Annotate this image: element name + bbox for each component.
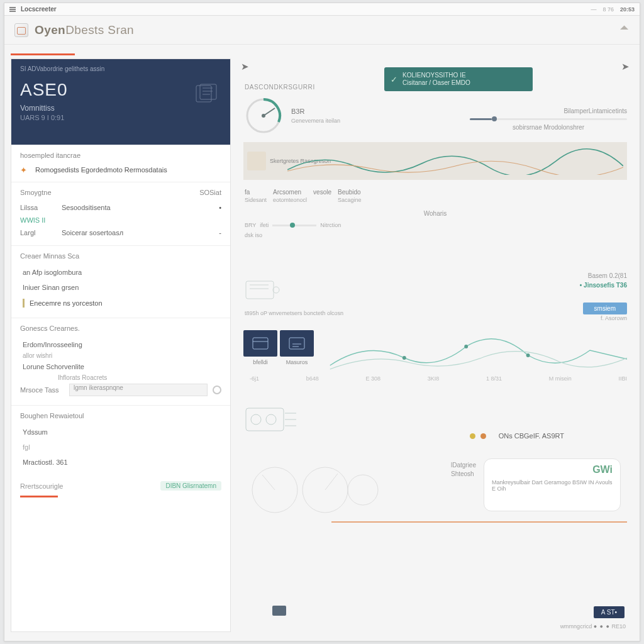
stat-b: • Jinsosefis T36 (580, 282, 627, 289)
header: OyenDbests Sran (4, 16, 640, 45)
topbar-meta: — 8 76 20:53 (591, 6, 635, 13)
send-icon[interactable]: ➤ (621, 61, 630, 72)
gauge-value: B3R (291, 108, 340, 115)
pointer-icon[interactable]: ➤ (241, 61, 249, 72)
resources-section: Gonescs Crearnes. Erdom/Inrosseeling all… (11, 318, 230, 405)
resource-item[interactable]: Erdom/Inrosseeling (20, 337, 221, 352)
resources-heading: Gonescs Crearnes. (20, 325, 221, 332)
card[interactable] (243, 330, 277, 357)
accent-bar (20, 496, 58, 497)
gauge-cluster-icon (243, 458, 382, 515)
radio-icon[interactable] (213, 386, 221, 394)
links-heading: Creaer Minnas Sca (20, 252, 221, 260)
card-label: bfelldi (243, 359, 277, 365)
range-row: BRY ifeti Nitrction (237, 219, 633, 231)
slider-track[interactable] (470, 118, 627, 120)
grid-row: faSidesant Arcsomeneotomteonocl vesole B… (237, 185, 633, 207)
link-item-marked[interactable]: Enecemre ns yorceston (20, 295, 221, 311)
sidebar: SI ADVabordrie gelithets assin ASE0 Vomn… (11, 58, 231, 632)
svg-rect-14 (253, 338, 268, 349)
table-row[interactable]: WWIS II (20, 214, 221, 226)
range-label: ifeti (260, 222, 269, 228)
resource-sub: Ihflorats Roacrets (20, 374, 221, 381)
document-icon (195, 83, 219, 104)
status-label: ONs CBGeIF. AS9RT (499, 432, 564, 440)
topbar: Locscreeter — 8 76 20:53 (4, 3, 640, 16)
svg-point-27 (348, 475, 378, 505)
resource-item[interactable]: Lorune Schorvenlite (20, 359, 221, 374)
schematic-icon (243, 402, 300, 440)
status-row: ONs CBGeIF. AS9RT (470, 432, 564, 440)
card[interactable] (280, 330, 314, 357)
tick-icon (23, 299, 25, 308)
table-col2: SOSiat (199, 189, 221, 196)
resource-input-row: Mrsoce Tass lgmn ikeraspnqne (20, 381, 221, 399)
action-button[interactable]: A ST• (594, 606, 625, 618)
lower-section: Boughen Rewaietoul Ydssum fgl Mractiostl… (11, 405, 230, 476)
fire-icon: ✦ (20, 165, 29, 174)
lower-heading: Boughen Rewaietoul (20, 412, 221, 419)
svg-point-12 (526, 353, 530, 357)
device-sketch-icon (243, 277, 281, 303)
svg-rect-16 (289, 338, 304, 349)
featured-heading: hosempled itancrae (20, 152, 221, 159)
thumbnail[interactable] (247, 152, 266, 170)
resource-input[interactable]: lgmn ikeraspnqne (69, 384, 208, 396)
hero-eyebrow: SI ADVabordrie gelithets assin (20, 65, 221, 72)
slider-heading: BilamperLintamicetints (470, 108, 627, 114)
footer-pill[interactable]: DIBN Glisrnatemn (160, 481, 221, 491)
table-section: Smoygtne SOSiat LilssaSesoodsitisenta• W… (11, 182, 230, 245)
table-col1: Smoygtne (20, 189, 52, 196)
status-dot-orange-icon (480, 433, 486, 439)
card-label: Masuros (280, 359, 314, 365)
hero-meta: UARS 9 I 0:91 (20, 114, 221, 121)
primary-button[interactable]: smsiem (583, 303, 627, 314)
featured-item[interactable]: ✦ Romogsedists Egordedmoto Rermosdatais (20, 164, 221, 175)
menu-icon[interactable] (9, 7, 16, 12)
range-slider[interactable] (272, 225, 316, 226)
svg-rect-19 (246, 408, 284, 431)
table-row[interactable]: LilssaSesoodsitisenta• (20, 201, 221, 214)
chart-note: t895h oP wnvemetsers boncteth olcosn (245, 310, 343, 316)
main-panel: ➤ ➤ ✓ KOLIENOYSSITHO IE Cisitanar / Oase… (237, 58, 633, 632)
active-tab-indicator (11, 53, 75, 55)
link-item[interactable]: an Afp isoglombura (20, 265, 221, 280)
links-section: Creaer Minnas Sca an Afp isoglombura Ini… (11, 245, 230, 318)
svg-rect-1 (200, 84, 216, 99)
partner-brand: GWi (492, 464, 613, 475)
gauge-sub: Genevemera iteilan (291, 118, 340, 124)
slider-info: sobirsrnae Mrodolonshrer (470, 124, 627, 131)
gauge-icon (245, 97, 282, 135)
featured-section: hosempled itancrae ✦ Romogsedists Egorde… (11, 145, 230, 182)
footer-label: Rrertscourigle (20, 482, 63, 490)
svg-point-13 (402, 356, 406, 360)
svg-point-21 (266, 414, 276, 425)
hero-card: SI ADVabordrie gelithets assin ASE0 Vomn… (11, 59, 230, 145)
lower-item[interactable]: Mractiostl. 361 (20, 455, 221, 470)
svg-rect-7 (246, 281, 274, 299)
waveform-icon (287, 147, 623, 175)
link-item[interactable]: Iniuer Sinan grsen (20, 280, 221, 295)
status-dot-yellow-icon (470, 433, 475, 439)
right-stats: Basem 0.2(81 • Jinsosefis T36 (580, 272, 627, 289)
footer-credits: wmmngcricd ● ● ● RE10 (560, 623, 626, 630)
banner-line1: KOLIENOYSSITHO IE (402, 72, 470, 79)
partner-card[interactable]: GWi Mankreysulbair Dart Geramogo BSIW IN… (484, 458, 621, 511)
collapse-icon[interactable] (621, 26, 630, 35)
svg-point-20 (251, 414, 261, 425)
chip-icon (272, 606, 286, 616)
status-banner[interactable]: ✓ KOLIENOYSSITHO IE Cisitanar / Oaser EM… (384, 67, 533, 91)
resource-sublabel: allor wishri (20, 352, 221, 359)
button-sublabel: f. Asorown (601, 315, 627, 321)
hero-name: ASE0 (20, 80, 221, 100)
table-row[interactable]: LarglSoicerar sosertoasл- (20, 226, 221, 239)
svg-point-6 (262, 114, 265, 118)
lower-item[interactable]: fgl (20, 440, 221, 455)
sidebar-footer: Rrertscourigle DIBN Glisrnatemn (11, 476, 230, 496)
thumbnail-strip: Skertgretes Rasogreson (243, 142, 627, 180)
xaxis: -6j1b648E 3083KI81 8/31M miseinIIBI (250, 375, 627, 382)
check-icon: ✓ (391, 75, 397, 84)
lower-item[interactable]: Ydssum (20, 425, 221, 440)
app-title: OyenDbests Sran (35, 23, 134, 37)
partner-line: Mankreysulbair Dart Geramogo BSIW IN Avo… (492, 479, 613, 492)
